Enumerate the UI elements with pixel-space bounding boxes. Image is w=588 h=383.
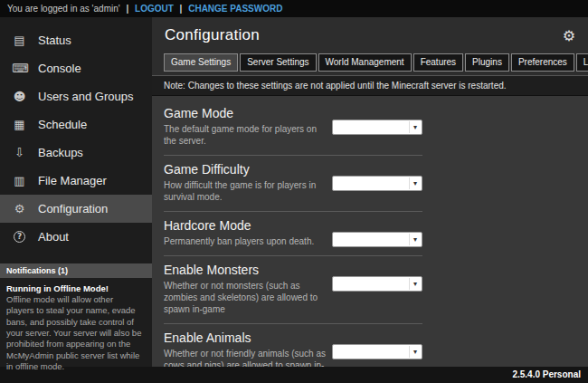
dropdown-arrow-icon: ▾ — [409, 121, 421, 133]
select-value — [333, 349, 337, 359]
tab-bar: Game SettingsServer SettingsWorld Manage… — [152, 52, 588, 72]
setting-title: Hardcore Mode — [164, 218, 327, 233]
change-password-link[interactable]: CHANGE PASSWORD — [188, 4, 282, 14]
status-icon: ▤ — [12, 34, 27, 47]
sidebar-item-backups[interactable]: ⇩Backups — [0, 139, 152, 167]
sidebar-item-label: Schedule — [38, 118, 87, 131]
sidebar-item-users-and-groups[interactable]: ☻Users and Groups — [0, 82, 152, 110]
sidebar: ▤Status⌨Console☻Users and Groups▦Schedul… — [0, 17, 152, 367]
sidebar-item-file-manager[interactable]: ▥File Manager — [0, 167, 152, 195]
sidebar-item-configuration[interactable]: ⚙Configuration — [0, 195, 152, 223]
setting-row-game-difficulty: Game DifficultyHow difficult the game is… — [164, 156, 422, 212]
file-manager-icon: ▥ — [12, 174, 27, 187]
setting-title: Enable Monsters — [164, 263, 327, 277]
setting-row-game-mode: Game ModeThe default game mode for playe… — [164, 100, 422, 156]
setting-row-hardcore-mode: Hardcore ModePermanently ban players upo… — [164, 212, 422, 256]
select-value — [333, 282, 337, 292]
notification-body: Offline mode will allow other players to… — [0, 294, 152, 372]
game-difficulty-select[interactable]: ▾ — [332, 176, 422, 191]
setting-title: Game Mode — [164, 106, 327, 120]
sidebar-item-label: Console — [38, 62, 81, 75]
sidebar-item-label: Backups — [38, 146, 83, 159]
tab-features[interactable]: Features — [413, 53, 463, 72]
tab-preferences[interactable]: Preferences — [511, 53, 574, 72]
gear-icon: ⚙ — [12, 202, 27, 215]
setting-text: Enable MonstersWhether or not monsters (… — [164, 263, 327, 315]
notifications-header: Notifications (1) — [0, 263, 152, 278]
select-value — [333, 181, 337, 191]
game-mode-select[interactable]: ▾ — [332, 120, 422, 135]
setting-title: Game Difficulty — [164, 162, 327, 177]
tab-world-management[interactable]: World Management — [318, 53, 412, 72]
settings-gear-icon[interactable]: ⚙ — [563, 27, 575, 44]
setting-description: Whether or not monsters (such as zombies… — [164, 280, 327, 315]
version-label: 2.5.4.0 Personal — [512, 369, 581, 379]
sidebar-item-label: Configuration — [38, 202, 108, 215]
tab-plugins[interactable]: Plugins — [465, 53, 509, 72]
console-icon: ⌨ — [12, 62, 27, 75]
notifications-panel: Notifications (1) Running in Offline Mod… — [0, 263, 152, 372]
setting-description: Permanently ban players upon death. — [164, 235, 327, 247]
setting-row-enable-animals: Enable AnimalsWhether or not friendly an… — [164, 324, 422, 367]
separator: | — [180, 4, 183, 14]
setting-text: Game ModeThe default game mode for playe… — [164, 106, 327, 147]
sidebar-item-schedule[interactable]: ▦Schedule — [0, 110, 152, 139]
backups-icon: ⇩ — [12, 146, 27, 159]
content-panel: Configuration ⚙ Game SettingsServer Sett… — [152, 17, 588, 367]
setting-text: Game DifficultyHow difficult the game is… — [164, 162, 327, 203]
logout-link[interactable]: LOGOUT — [135, 4, 174, 14]
setting-description: How difficult the game is for players in… — [164, 179, 327, 203]
content-header: Configuration ⚙ — [152, 17, 588, 52]
users-icon: ☻ — [12, 90, 27, 103]
hardcore-mode-select[interactable]: ▾ — [332, 232, 422, 247]
dropdown-arrow-icon: ▾ — [409, 278, 421, 290]
settings-list: Game ModeThe default game mode for playe… — [152, 96, 588, 367]
setting-text: Enable AnimalsWhether or not friendly an… — [164, 330, 327, 367]
question-icon: ? — [14, 231, 25, 243]
page-title: Configuration — [165, 26, 260, 44]
setting-title: Enable Animals — [164, 330, 327, 345]
tab-game-settings[interactable]: Game Settings — [164, 53, 238, 72]
sidebar-item-label: Users and Groups — [38, 90, 134, 103]
sidebar-nav: ▤Status⌨Console☻Users and Groups▦Schedul… — [0, 17, 152, 251]
top-bar: You are logged in as 'admin' | LOGOUT | … — [0, 0, 588, 17]
select-value — [333, 125, 337, 135]
tab-server-settings[interactable]: Server Settings — [240, 53, 316, 72]
dropdown-arrow-icon: ▾ — [409, 346, 421, 358]
sidebar-item-about[interactable]: ?About — [0, 223, 152, 251]
restart-note: Note: Changes to these settings are not … — [152, 75, 588, 96]
select-value — [333, 237, 337, 247]
separator: | — [126, 4, 128, 14]
sidebar-item-status[interactable]: ▤Status — [0, 26, 152, 54]
dropdown-arrow-icon: ▾ — [409, 234, 421, 245]
schedule-icon: ▦ — [12, 118, 27, 131]
setting-description: The default game mode for players on the… — [164, 123, 327, 147]
setting-description: Whether or not friendly animals (such as… — [164, 348, 327, 367]
tab-login-users[interactable]: Login Users — [576, 53, 588, 72]
sidebar-item-label: File Manager — [38, 174, 107, 187]
sidebar-item-console[interactable]: ⌨Console — [0, 54, 152, 82]
notification-title: Running in Offline Mode! — [0, 278, 152, 294]
sidebar-item-label: Status — [38, 34, 71, 47]
dropdown-arrow-icon: ▾ — [409, 177, 421, 189]
logged-in-text: You are logged in as 'admin' — [7, 4, 120, 14]
enable-animals-select[interactable]: ▾ — [332, 344, 422, 359]
setting-row-enable-monsters: Enable MonstersWhether or not monsters (… — [164, 256, 422, 324]
enable-monsters-select[interactable]: ▾ — [332, 276, 422, 292]
sidebar-item-label: About — [38, 230, 69, 244]
setting-text: Hardcore ModePermanently ban players upo… — [164, 218, 327, 247]
